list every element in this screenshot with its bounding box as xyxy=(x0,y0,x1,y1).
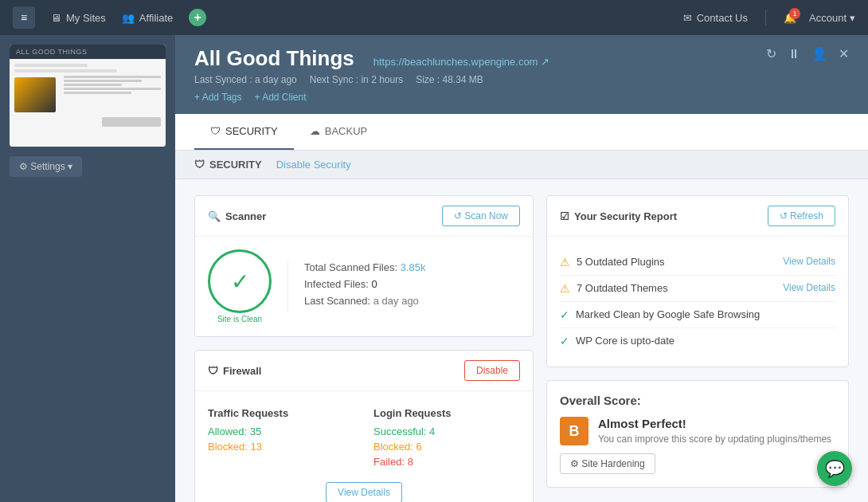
preview-text-line xyxy=(64,92,131,94)
close-icon[interactable]: ✕ xyxy=(839,46,849,61)
refresh-icon[interactable]: ↻ xyxy=(766,46,776,61)
firewall-card-header: 🛡 Firewall Disable xyxy=(195,351,533,391)
scanner-card-header: 🔍 Scanner ↺ Scan Now xyxy=(195,196,533,237)
security-report-title: ☑ Your Security Report xyxy=(560,210,677,222)
settings-button[interactable]: ⚙ Settings ▾ xyxy=(10,156,82,177)
notification-badge: 1 xyxy=(789,8,800,19)
infected-value: 0 xyxy=(372,278,377,290)
score-info: Almost Perfect! You can improve this sco… xyxy=(598,417,831,445)
report-text-themes: 7 Outdated Themes xyxy=(577,282,776,294)
logo: ≡ xyxy=(13,6,35,29)
site-meta: Last Synced : a day ago Next Sync : in 2… xyxy=(194,74,549,85)
scanner-icon: 🔍 xyxy=(208,210,221,222)
preview-line xyxy=(14,69,117,73)
contact-us-link[interactable]: ✉ Contact Us xyxy=(683,12,748,24)
section-title: 🛡 SECURITY xyxy=(194,159,262,171)
login-col: Login Requests Successful: 4 Blocked: 6 xyxy=(373,407,520,471)
disable-security-link[interactable]: Disable Security xyxy=(276,159,351,171)
last-scanned-row: Last Scanned: a day ago xyxy=(304,295,426,307)
report-item-wpcore: ✓ WP Core is upto-date xyxy=(560,328,835,354)
add-tags-button[interactable]: + Add Tags xyxy=(194,92,242,103)
site-hardening-button[interactable]: ⚙ Site Hardening xyxy=(560,453,655,474)
preview-line xyxy=(102,117,161,127)
report-item-google: ✓ Marked Clean by Google Safe Browsing xyxy=(560,302,835,328)
refresh-report-button[interactable]: ↺ Refresh xyxy=(768,206,835,226)
site-title-area: All Good Things https://beachlunches.wpe… xyxy=(194,46,549,103)
score-badge: B xyxy=(560,417,588,445)
successful-value: 4 xyxy=(429,426,435,437)
login-blocked-value: 6 xyxy=(416,441,422,453)
scanner-card: 🔍 Scanner ↺ Scan Now ✓ Site is Clean xyxy=(194,195,534,337)
preview-text-line xyxy=(64,88,161,90)
warning-icon: ⚠ xyxy=(560,256,570,269)
traffic-title: Traffic Requests xyxy=(208,407,354,419)
account-menu[interactable]: Account ▾ xyxy=(809,12,855,24)
tab-security[interactable]: 🛡 SECURITY xyxy=(194,114,294,150)
allowed-row: Allowed: 35 xyxy=(208,426,354,437)
site-size: Size : 48.34 MB xyxy=(416,74,483,85)
people-icon: 👥 xyxy=(122,12,135,24)
overall-score-card: Overall Score: B Almost Perfect! You can… xyxy=(546,380,849,488)
preview-image xyxy=(14,77,56,112)
mail-icon: ✉ xyxy=(683,12,692,24)
report-icon: ☑ xyxy=(560,210,569,222)
report-text-plugins: 5 Outdated Plugins xyxy=(577,256,776,268)
score-content: B Almost Perfect! You can improve this s… xyxy=(560,417,835,445)
site-title: All Good Things xyxy=(194,46,354,71)
checkmark-icon: ✓ xyxy=(560,335,569,347)
traffic-col: Traffic Requests Allowed: 35 Blocked: 13 xyxy=(208,407,354,471)
sidebar: ALL GOOD THINGS xyxy=(0,35,175,502)
successful-row: Successful: 4 xyxy=(373,426,520,437)
plugins-view-details-link[interactable]: View Details xyxy=(783,256,835,267)
preview-content xyxy=(10,59,166,147)
report-item-themes: ⚠ 7 Outdated Themes View Details xyxy=(560,276,835,302)
total-scanned-num: 3.85k xyxy=(401,261,426,273)
preview-text-line xyxy=(64,76,161,78)
site-actions: + Add Tags + Add Client xyxy=(194,92,549,103)
tabs-bar: 🛡 SECURITY ☁ BACKUP xyxy=(175,114,868,151)
right-column: ☑ Your Security Report ↺ Refresh ⚠ 5 Out… xyxy=(546,195,849,486)
view-details-row: View Details xyxy=(208,482,520,502)
failed-value: 8 xyxy=(408,456,413,468)
score-description: You can improve this score by updating p… xyxy=(598,433,831,445)
security-report-body: ⚠ 5 Outdated Plugins View Details ⚠ 7 Ou… xyxy=(547,237,848,367)
add-client-button[interactable]: + Add Client xyxy=(255,92,307,103)
score-title: Overall Score: xyxy=(560,394,835,407)
last-synced: Last Synced : a day ago xyxy=(194,74,297,85)
nav-divider xyxy=(765,10,766,25)
login-blocked-row: Blocked: 6 xyxy=(373,441,520,453)
scan-now-button[interactable]: ↺ Scan Now xyxy=(442,206,520,226)
site-preview: ALL GOOD THINGS xyxy=(10,45,166,147)
scanner-title: 🔍 Scanner xyxy=(208,210,266,222)
affiliate-nav[interactable]: 👥 Affiliate xyxy=(122,12,173,24)
clean-label: Site is Clean xyxy=(208,315,272,324)
firewall-table: Traffic Requests Allowed: 35 Blocked: 13 xyxy=(208,404,520,474)
scanner-content: ✓ Site is Clean Total Scanned Files: 3.8… xyxy=(195,237,533,336)
report-text-wpcore: WP Core is upto-date xyxy=(576,335,835,347)
admin-icon[interactable]: 👤 xyxy=(811,46,827,61)
preview-line xyxy=(14,64,88,67)
disable-firewall-button[interactable]: Disable xyxy=(464,360,520,381)
allowed-value: 35 xyxy=(250,426,261,437)
site-url-link[interactable]: https://beachlunches.wpengine.com ↗ xyxy=(373,56,549,68)
monitor-icon: 🖥 xyxy=(51,12,61,24)
tab-backup[interactable]: ☁ BACKUP xyxy=(294,114,383,150)
site-header: All Good Things https://beachlunches.wpe… xyxy=(175,35,868,114)
preview-text-line xyxy=(64,84,122,86)
add-site-button[interactable]: + xyxy=(189,9,206,26)
chat-button[interactable]: 💬 xyxy=(817,451,852,486)
firewall-view-details-button[interactable]: View Details xyxy=(326,482,402,502)
failed-row: Failed: 8 xyxy=(373,456,520,468)
clean-indicator: ✓ Site is Clean xyxy=(208,249,272,324)
checkmark-icon: ✓ xyxy=(560,308,569,321)
score-label: Almost Perfect! xyxy=(598,417,831,430)
traffic-blocked-value: 13 xyxy=(251,441,262,453)
last-scanned-value: a day ago xyxy=(373,295,419,307)
pause-icon[interactable]: ⏸ xyxy=(788,47,800,61)
my-sites-nav[interactable]: 🖥 My Sites xyxy=(51,12,106,24)
firewall-card: 🛡 Firewall Disable Traffic Requests Allo… xyxy=(194,350,534,502)
themes-view-details-link[interactable]: View Details xyxy=(783,282,835,293)
notifications-button[interactable]: 🔔 1 xyxy=(784,12,796,24)
left-column: 🔍 Scanner ↺ Scan Now ✓ Site is Clean xyxy=(194,195,534,486)
infected-row: Infected Files: 0 xyxy=(304,278,426,290)
